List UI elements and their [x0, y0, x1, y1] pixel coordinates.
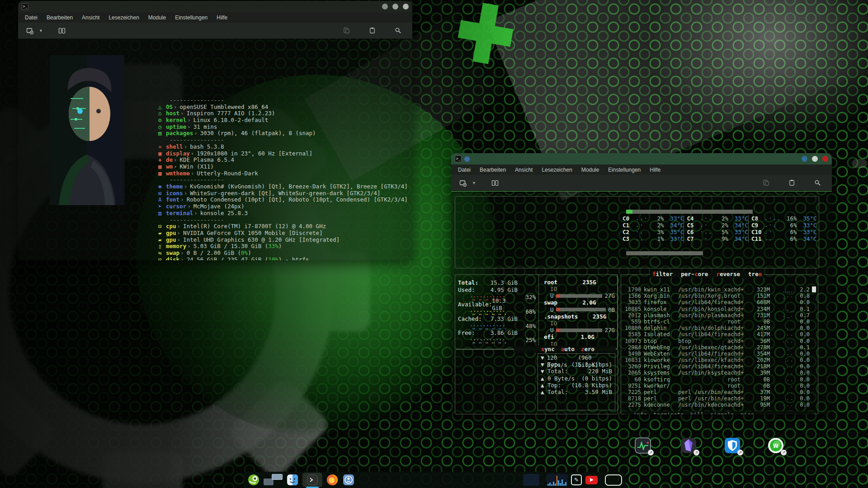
network-speed-widget-small[interactable]	[523, 474, 539, 486]
menu-item[interactable]: Ansicht	[511, 166, 537, 174]
menu-item[interactable]: Einstellungen	[604, 166, 645, 174]
process-row[interactable]: 559 btrfs-cl root 0B 0.0	[624, 319, 810, 325]
new-tab-icon	[26, 27, 33, 34]
menu-item[interactable]: Bearbeiten	[476, 166, 510, 174]
fastfetch-row-icon: ⚙	[158, 117, 166, 124]
proc-option-link[interactable]: reverse	[716, 271, 740, 278]
new-tab-icon	[459, 179, 467, 187]
virtual-desktop-pager[interactable]	[264, 474, 283, 486]
menu-item[interactable]: Hilfe	[212, 14, 231, 22]
process-row[interactable]: 2275 kdeconne /usr/bin/kdeconnect achd+ …	[624, 402, 810, 408]
new-tab-button[interactable]: ▼	[23, 25, 47, 37]
copy-button[interactable]	[759, 177, 776, 188]
menu-item[interactable]: Datei	[21, 14, 42, 22]
proc-action[interactable]: info	[633, 411, 647, 415]
split-view-button[interactable]	[55, 25, 72, 37]
menu-item[interactable]: Bearbeiten	[42, 14, 77, 22]
menu-item[interactable]: Lesezeichen	[104, 14, 143, 22]
mem-stat-row: ⢂⡂⢂⡂⢂⡂⢂⡂⢂⡂⢂68%	[458, 308, 536, 315]
copy-icon	[343, 27, 350, 34]
process-row[interactable]: 60 ksoftirq root 0B ⠄⠄ 0.0	[624, 376, 810, 383]
net-option-link[interactable]: sync	[541, 346, 555, 353]
process-row[interactable]: 3033 firefox /usr/lib64/firefox/ achd+ 6…	[624, 299, 810, 305]
proc-action[interactable]: signals	[710, 411, 734, 415]
chevron-down-icon[interactable]: ▼	[472, 181, 476, 185]
desktop-icon-bitwarden[interactable]: ↗	[711, 436, 754, 456]
proc-option-link[interactable]: per-core	[681, 271, 708, 278]
konsole-window-fastfetch: >_ DateiBearbeitenAnsichtLesezeichenModu…	[18, 1, 412, 260]
process-row[interactable]: 1790 kwin_x11 /usr/bin/kwin_x11 - achd+ …	[624, 286, 810, 293]
notes-widget-icon[interactable]: ✎	[571, 474, 582, 485]
cpu-core-row: C10⠄⠂6%33°C	[751, 229, 817, 235]
youtube-icon[interactable]	[585, 476, 598, 484]
close-button[interactable]	[403, 4, 409, 9]
terminal-area-btop[interactable]: C0⠄⠄⠂2%33°CC1⠄⠂2%34°CC2⠂⠄3%35°CC3⠄⠄1%33°…	[451, 191, 832, 414]
desktop-icon-obsidian[interactable]: ↗	[667, 436, 710, 456]
process-row[interactable]: 3585 Isolated /usr/lib64/firefox/ achd+ …	[624, 331, 810, 338]
proc-scrollbar[interactable]	[811, 279, 816, 408]
dolphin-file-manager-icon[interactable]	[286, 474, 299, 486]
window-titlebar[interactable]: >_	[451, 153, 832, 164]
process-row[interactable]: 7225 perl perl /usr/bin/exift achd+ 37M …	[624, 389, 810, 395]
minimize-button[interactable]	[382, 4, 388, 9]
new-tab-button[interactable]: ▼	[456, 177, 480, 189]
proc-option-link[interactable]: filter	[652, 271, 673, 278]
fastfetch-row-icon: ▦	[158, 164, 166, 170]
minimize-button[interactable]	[802, 156, 807, 162]
desktop-icon-systemmonitor[interactable]: ↗	[621, 436, 665, 456]
process-row[interactable]: 10831 kioworke /usr/libexec/kf6/ki achd+…	[624, 357, 810, 363]
proc-action[interactable]: nice	[741, 411, 754, 415]
btop-proc-box: filterper-corereversetree 1790 kwin_x11 …	[621, 274, 818, 414]
fastfetch-row: ⊟disk›24.56 GiB / 235.47 GiB (10%) - btr…	[158, 257, 408, 260]
process-row[interactable]: 2984 QtWebEng /usr/libexec/qt6/Qt achd+ …	[624, 344, 810, 351]
cpu-total-row	[623, 208, 815, 216]
split-view-icon	[491, 179, 499, 187]
maximize-button[interactable]	[392, 4, 398, 9]
window-titlebar[interactable]: >_	[18, 1, 412, 12]
chevron-down-icon[interactable]: ▼	[39, 28, 43, 33]
process-row[interactable]: 1366 Xorg.bin /usr/bin/Xorg.bin - root 1…	[624, 293, 810, 299]
menu-item[interactable]: Hilfe	[646, 166, 665, 174]
proc-action[interactable]: terminate	[653, 411, 684, 415]
search-button[interactable]	[811, 177, 827, 188]
paste-button[interactable]	[785, 177, 802, 188]
konsole-window-btop: >_ DateiBearbeitenAnsichtLesezeichenModu…	[451, 153, 832, 414]
process-row[interactable]: 10885 konsole /usr/bin/konsole achd+ 234…	[624, 306, 810, 312]
process-row[interactable]: 10800 dolphin /usr/bin/dolphin achd+ 245…	[624, 325, 810, 331]
terminal-area-fastfetch[interactable]: ---------------- △OS›openSUSE Tumbleweed…	[18, 39, 412, 260]
panel-overflow-button[interactable]	[605, 474, 622, 486]
net-option-link[interactable]: zero	[581, 346, 594, 353]
maximize-button[interactable]	[812, 156, 818, 162]
firefox-icon[interactable]	[326, 474, 339, 486]
menu-item[interactable]: Einstellungen	[171, 14, 212, 22]
btop-cpu-box: C0⠄⠄⠂2%33°CC1⠄⠂2%34°CC2⠂⠄3%35°CC3⠄⠄1%33°…	[455, 196, 819, 268]
paste-icon	[369, 27, 376, 34]
proc-option-link[interactable]: tree	[748, 271, 762, 278]
menu-item[interactable]: Datei	[454, 166, 475, 174]
about-user-icon[interactable]	[342, 474, 355, 486]
process-row[interactable]: 3490 WebExten /usr/lib64/firefox/ achd+ …	[624, 351, 810, 357]
app-launcher-button[interactable]	[247, 474, 260, 486]
process-row[interactable]: 2065 ksystems /usr/bin/ksystemsta achd+ …	[624, 370, 810, 376]
menu-item[interactable]: Lesezeichen	[538, 166, 576, 174]
cpu-core-row: C0⠄⠄⠂2%33°C	[623, 215, 684, 222]
paste-button[interactable]	[365, 25, 382, 36]
split-view-button[interactable]	[488, 177, 505, 189]
net-option-link[interactable]: auto	[561, 346, 575, 353]
desktop-icon-whatsie[interactable]: W ↗	[754, 436, 797, 456]
process-row[interactable]: 3269 Privileg /usr/lib64/firefox/ achd+ …	[624, 363, 810, 370]
search-button[interactable]	[391, 25, 408, 36]
close-button[interactable]	[822, 156, 828, 162]
proc-action[interactable]: kill	[690, 411, 704, 415]
taskbar-konsole-active[interactable]	[302, 473, 322, 487]
copy-button[interactable]	[340, 25, 356, 36]
process-row[interactable]: 10973 btop btop achd+ 36M ⠄⠄⠄ 0.0	[624, 338, 810, 344]
process-row[interactable]: 8718 perl perl /usr/bin/exift achd+ 19M …	[624, 395, 810, 402]
network-graph-widget[interactable]	[547, 474, 567, 486]
process-row[interactable]: 2012 plasmash /usr/bin/plasmashel achd+ …	[624, 312, 810, 319]
menu-item[interactable]: Module	[577, 166, 603, 174]
process-row[interactable]: 9251 kworker/ root 0B ⠄ 0.0	[624, 383, 810, 389]
menu-item[interactable]: Ansicht	[78, 14, 104, 22]
menu-item[interactable]: Module	[144, 14, 170, 22]
scrollbar-thumb[interactable]	[812, 286, 816, 292]
